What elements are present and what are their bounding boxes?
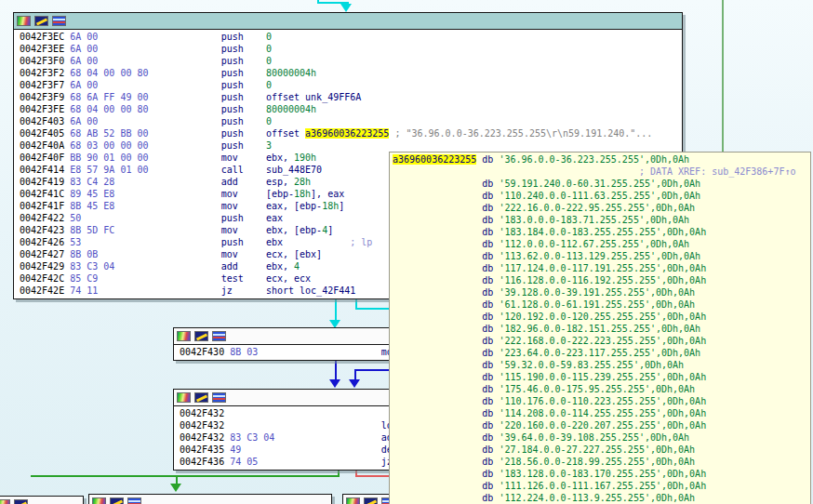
hint-line: db '115.190.0.0-115.239.255.255',0Dh,0Ah — [393, 371, 810, 383]
asm-row[interactable]: 0042F3F7 6A 00 push 0 — [20, 79, 682, 91]
node-title-bar[interactable] — [0, 497, 83, 504]
hint-line: db '112.0.0.0-112.67.255.255',0Dh,0Ah — [393, 238, 810, 250]
hint-line: db '222.168.0.0-222.223.255.255',0Dh,0Ah — [393, 335, 810, 347]
hint-line: db '114.208.0.0-114.255.255.255',0Dh,0Ah — [393, 407, 810, 419]
asm-row[interactable]: 0042F3F9 68 6A FF 49 00 push offset unk_… — [20, 91, 682, 103]
hint-line: db '110.176.0.0-110.223.255.255',0Dh,0Ah — [393, 395, 810, 407]
layout-icon[interactable] — [212, 392, 226, 403]
asm-row[interactable]: 0042F3EE 6A 00 push 0 — [20, 43, 682, 55]
hint-line: db '39.64.0.0-39.108.255.255',0Dh,0Ah — [393, 431, 810, 444]
graph-edge-rline — [722, 0, 724, 153]
graph-edge-green — [31, 475, 340, 477]
asm-row[interactable]: 0042F3FE 68 04 00 00 80 push 80000004h — [20, 103, 682, 115]
hint-line: db '27.184.0.0-27.227.255.255',0Dh,0Ah — [393, 444, 810, 456]
pencil-icon[interactable] — [364, 497, 378, 504]
node-bottom-corner[interactable] — [0, 496, 84, 504]
node-title-bar[interactable] — [89, 495, 331, 504]
hint-line: db '220.160.0.0-220.207.255.255',0Dh,0Ah — [393, 419, 810, 431]
asm-row[interactable]: 0042F3EC 6A 00 push 0 — [20, 31, 682, 43]
hint-line: db '218.56.0.0-218.99.255.255',0Dh,0Ah — [393, 456, 810, 468]
hint-line: db '59.32.0.0-59.83.255.255',0Dh,0Ah — [393, 359, 810, 371]
palette-icon[interactable] — [0, 499, 10, 504]
pencil-icon[interactable] — [194, 392, 208, 403]
hint-line: db '113.62.0.0-113.129.255.255',0Dh,0Ah — [393, 250, 810, 262]
pencil-icon[interactable] — [14, 499, 28, 504]
hint-line: db '175.46.0.0-175.95.255.255',0Dh,0Ah — [393, 383, 810, 395]
asm-row[interactable]: 0042F403 6A 00 push 0 — [20, 115, 682, 127]
hint-line: db '223.64.0.0-223.117.255.255',0Dh,0Ah — [393, 347, 810, 359]
palette-icon[interactable] — [177, 392, 191, 403]
palette-icon[interactable] — [177, 331, 191, 341]
hint-line: db '183.128.0.0-183.170.255.255',0Dh,0Ah — [393, 468, 810, 480]
palette-icon[interactable] — [17, 16, 31, 26]
hint-line: db '120.192.0.0-120.255.255.255',0Dh,0Ah — [393, 311, 810, 323]
hint-line: ; DATA XREF: sub_42F386+7F↑o — [393, 166, 810, 178]
asm-row[interactable]: 0042F405 68 AB 52 BB 00 push offset a369… — [20, 127, 682, 139]
hint-line: db '61.128.0.0-61.191.255.255',0Dh,0Ah — [393, 298, 810, 311]
hint-line: db '116.128.0.0-116.192.255.255',0Dh,0Ah — [393, 274, 810, 286]
hint-line: db '183.184.0.0-183.255.255.255',0Dh,0Ah — [393, 226, 810, 238]
pencil-icon[interactable] — [194, 331, 208, 341]
graph-edge-blue — [354, 369, 356, 379]
graph-edge-arrowhead-green — [170, 484, 181, 492]
hint-tooltip: a36960036223255 db '36.96.0.0-36.223.255… — [389, 152, 811, 504]
palette-icon[interactable] — [346, 497, 360, 504]
node-bottom-left[interactable] — [88, 494, 332, 504]
hint-line: db '117.124.0.0-117.191.255.255',0Dh,0Ah — [393, 262, 810, 274]
asm-row[interactable]: 0042F40A 68 03 00 00 00 push 3 — [20, 139, 682, 152]
graph-edge-arrowhead-blue — [349, 379, 360, 388]
hint-line: db '110.240.0.0-111.63.255.255',0Dh,0Ah — [393, 190, 810, 202]
hint-line: db '111.126.0.0-111.167.255.255',0Dh,0Ah — [393, 480, 810, 492]
ida-graph-view: 0042F3EC 6A 00 push 00042F3EE 6A 00 push… — [0, 0, 813, 504]
layout-icon[interactable] — [212, 331, 226, 341]
hint-line: db '39.128.0.0-39.191.255.255',0Dh,0Ah — [393, 286, 810, 298]
highlighted-name: a36960036223255 — [393, 154, 476, 165]
graph-edge-cyan — [335, 296, 337, 321]
pencil-icon[interactable] — [110, 497, 124, 504]
palette-icon[interactable] — [92, 497, 106, 504]
graph-edge-arrowhead-cyan — [340, 4, 352, 12]
layout-icon[interactable] — [52, 16, 66, 26]
xref-comment: ; DATA XREF: sub_42F386+7F↑o — [393, 166, 795, 177]
pencil-icon[interactable] — [34, 16, 48, 26]
hint-line: db '59.191.240.0-60.31.255.255',0Dh,0Ah — [393, 178, 810, 190]
graph-edge-arrowhead-blue — [329, 379, 340, 388]
hint-line: db '222.16.0.0-222.95.255.255',0Dh,0Ah — [393, 202, 810, 214]
node-title-bar[interactable] — [14, 13, 682, 30]
hint-line: a36960036223255 db '36.96.0.0-36.223.255… — [393, 153, 810, 166]
hint-line: db '112.224.0.0-113.9.255.255',0Dh,0Ah — [393, 492, 810, 504]
asm-row[interactable]: 0042F3F0 6A 00 push 0 — [20, 55, 682, 67]
asm-row[interactable]: 0042F3F2 68 04 00 00 80 push 80000004h — [20, 67, 682, 79]
hint-line: db '183.0.0.0-183.71.255.255',0Dh,0Ah — [393, 214, 810, 226]
hint-line: db '182.96.0.0-182.151.255.255',0Dh,0Ah — [393, 323, 810, 335]
layout-icon[interactable] — [127, 497, 141, 504]
